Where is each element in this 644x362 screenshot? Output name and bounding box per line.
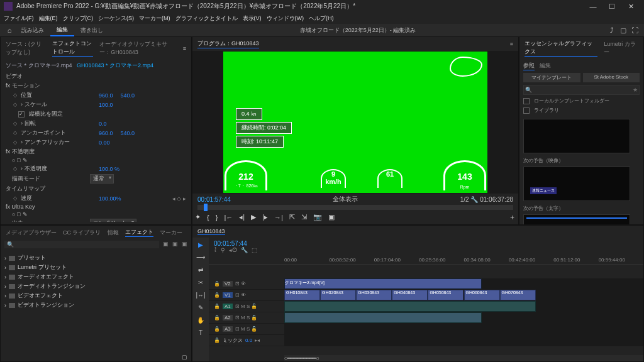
eg-thumb[interactable] bbox=[523, 214, 630, 225]
tool-ripple[interactable]: ⇄ bbox=[198, 266, 203, 273]
timeline-timecode[interactable]: 00:01:57:44 bbox=[214, 240, 638, 247]
prop-position[interactable]: 位置 bbox=[21, 91, 96, 99]
eff-filter-icon[interactable]: ▣ bbox=[172, 241, 178, 248]
menu-clip[interactable]: クリップ(C) bbox=[63, 14, 94, 23]
eff-filter-icon[interactable]: ▣ bbox=[182, 241, 187, 248]
mask-tools[interactable]: ✎ bbox=[23, 157, 28, 163]
program-current-time[interactable]: 00:01:57:44 bbox=[197, 196, 231, 203]
minimize-button[interactable]: — bbox=[584, 3, 602, 10]
add-button-icon[interactable]: ＋ bbox=[509, 212, 516, 222]
effects-search[interactable]: 🔍 bbox=[4, 241, 159, 248]
fx-opacity[interactable]: fx 不透明度 bbox=[6, 148, 81, 156]
tl-snap-icon[interactable]: ⸾ bbox=[214, 247, 217, 253]
tab-source[interactable]: ソース：(クリップなし) bbox=[6, 40, 46, 57]
tool-track-select[interactable]: ⟶ bbox=[196, 254, 205, 261]
prop-antiflicker[interactable]: アンチフリッカー bbox=[25, 139, 70, 145]
ultra-mask-tools[interactable]: ✎ bbox=[23, 211, 28, 217]
tool-type[interactable]: T bbox=[199, 329, 203, 336]
prop-anchor[interactable]: アンカーポイント bbox=[21, 129, 96, 137]
tool-hand[interactable]: ✋ bbox=[197, 317, 204, 324]
panel-menu-icon[interactable]: ≡ bbox=[510, 41, 513, 47]
lift-btn[interactable]: ⇱ bbox=[289, 213, 295, 221]
prop-rotation[interactable]: 回転 bbox=[25, 120, 36, 126]
clip-v1-4[interactable]: GH040843 bbox=[392, 290, 428, 300]
ruler-tick[interactable]: 00:00 bbox=[284, 257, 329, 263]
ultra-output[interactable]: コンポジット bbox=[90, 219, 136, 222]
workspace-edit[interactable]: 編集 bbox=[50, 25, 74, 36]
prop-scale[interactable]: スケール bbox=[25, 101, 47, 107]
uniform-check[interactable] bbox=[18, 111, 25, 118]
clip-a1[interactable] bbox=[284, 301, 536, 312]
speed-v[interactable]: 100.00% bbox=[99, 195, 121, 202]
clip-v1-6[interactable]: GH060843 bbox=[464, 290, 500, 300]
fx-motion[interactable]: fx モーション bbox=[6, 82, 81, 90]
tab-sequence[interactable]: GH010843 bbox=[197, 228, 225, 235]
tl-link-icon[interactable]: ⚲ bbox=[221, 247, 225, 253]
go-out-btn[interactable]: →| bbox=[274, 214, 283, 221]
track-mix[interactable]: ミックス bbox=[223, 337, 243, 344]
track-a3[interactable]: A3 bbox=[223, 326, 233, 332]
menu-view[interactable]: 表示(V) bbox=[243, 14, 262, 23]
menu-window[interactable]: ウィンドウ(W) bbox=[267, 14, 304, 23]
workspace-export[interactable]: 書き出し bbox=[74, 25, 109, 36]
prop-opacity[interactable]: 不透明度 bbox=[25, 165, 47, 172]
panel-menu-icon[interactable]: ≡ bbox=[183, 45, 186, 52]
play-btn[interactable]: ▶ bbox=[251, 213, 256, 221]
mark-in-btn[interactable]: { bbox=[207, 214, 209, 221]
clip-v2[interactable]: クロマキー2.mp4[V] bbox=[284, 278, 482, 289]
go-in-btn[interactable]: |← bbox=[224, 214, 233, 221]
mark-out-btn[interactable]: } bbox=[216, 214, 218, 221]
tree-lumetri[interactable]: › Lumetri プリセット bbox=[4, 263, 187, 272]
menu-graphics[interactable]: グラフィックとタイトル bbox=[175, 14, 238, 23]
tool-slip[interactable]: |↔| bbox=[196, 292, 205, 299]
tab-markers[interactable]: マーカー bbox=[160, 229, 182, 237]
clip-v1-7[interactable]: GH070843 bbox=[500, 290, 536, 300]
clip-v1-3[interactable]: GH030843 bbox=[356, 290, 392, 300]
eg-thumb[interactable]: 速報ニュース bbox=[523, 167, 630, 201]
compare-btn[interactable]: ▣ bbox=[328, 213, 335, 221]
tree-audio-fx[interactable]: › オーディオエフェクト bbox=[4, 272, 187, 282]
tree-video-fx[interactable]: › ビデオエフェクト bbox=[4, 291, 187, 300]
menu-file[interactable]: ファイル(F) bbox=[4, 14, 34, 23]
tree-presets[interactable]: › プリセット bbox=[4, 253, 187, 263]
track-a2[interactable]: A2 bbox=[223, 315, 233, 321]
tab-cc-libraries[interactable]: CC ライブラリ bbox=[63, 229, 101, 237]
program-title[interactable]: プログラム：GH010843 bbox=[197, 40, 259, 48]
zoom-fit[interactable]: 全体表示 bbox=[333, 195, 358, 202]
pos-y[interactable]: 540.0 bbox=[121, 92, 135, 99]
anti-v[interactable]: 0.00 bbox=[99, 140, 110, 146]
tl-cc-icon[interactable]: ⬚ bbox=[252, 247, 257, 253]
menu-sequence[interactable]: シーケンス(S) bbox=[98, 14, 134, 23]
home-icon[interactable]: ⌂ bbox=[4, 26, 15, 34]
fx-timemap[interactable]: タイムリマップ bbox=[6, 185, 81, 193]
tab-lumetri[interactable]: Lumetri カラー bbox=[604, 40, 638, 57]
extract-btn[interactable]: ⇲ bbox=[301, 213, 307, 221]
clip-a2[interactable] bbox=[284, 312, 482, 323]
tree-video-trans[interactable]: › ビデオトランジション bbox=[4, 300, 187, 310]
eg-adobestock[interactable]: St Adobe Stock bbox=[583, 73, 640, 82]
eg-thumb[interactable] bbox=[523, 119, 630, 153]
tool-selection[interactable]: ▶ bbox=[198, 241, 203, 248]
menu-help[interactable]: ヘルプ(H) bbox=[309, 14, 334, 23]
opacity-v[interactable]: 100.0 % bbox=[99, 166, 119, 172]
clip-v1-5[interactable]: GH050843 bbox=[428, 290, 464, 300]
menu-edit[interactable]: 編集(E) bbox=[39, 14, 58, 23]
menu-marker[interactable]: マーカー(M) bbox=[139, 14, 170, 23]
eg-lib-check[interactable] bbox=[523, 107, 530, 114]
program-preview[interactable]: 0.4 ㎞ 継続時間: 0:02:04 時刻: 10:11:47 212・7・ … bbox=[223, 52, 487, 193]
new-bin-icon[interactable]: ▢ bbox=[182, 354, 187, 360]
export-frame-btn[interactable]: 📷 bbox=[313, 213, 322, 221]
pos-x[interactable]: 960.0 bbox=[99, 92, 113, 99]
tl-wrench-icon[interactable]: 🔧 bbox=[241, 247, 248, 253]
step-back-btn[interactable]: ◂| bbox=[239, 213, 245, 221]
scale-v[interactable]: 100.0 bbox=[99, 102, 113, 108]
anchor-y[interactable]: 540.0 bbox=[121, 130, 135, 136]
track-v2[interactable]: V2 bbox=[223, 281, 233, 287]
clip-v1-2[interactable]: GH020843 bbox=[320, 290, 356, 300]
eg-browse[interactable]: 参照 bbox=[523, 62, 535, 70]
tab-info[interactable]: 情報 bbox=[108, 229, 119, 237]
tab-essential-graphics[interactable]: エッセンシャルグラフィックス bbox=[525, 40, 597, 57]
fullscreen-icon[interactable]: ⛶ bbox=[629, 26, 640, 34]
share-icon[interactable]: ⤴ bbox=[606, 26, 618, 34]
tab-effect-controls[interactable]: エフェクトコントロール bbox=[52, 40, 94, 57]
